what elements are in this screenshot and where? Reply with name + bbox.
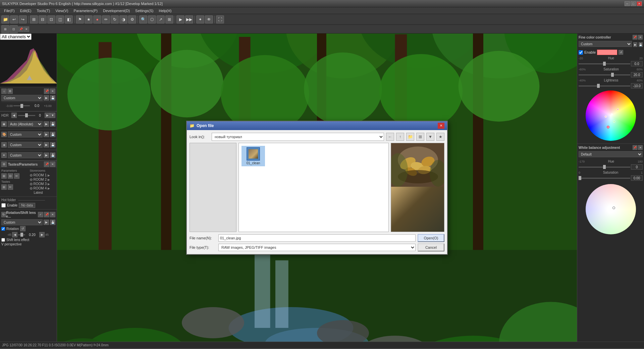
saturation-slider[interactable]: [579, 74, 630, 75]
toolbar-btn-contrast[interactable]: ◑: [119, 15, 127, 23]
dialog-nav-back[interactable]: ←: [386, 133, 394, 141]
taste-icon-1[interactable]: ⊞: [1, 184, 7, 190]
exposure-pin[interactable]: 📌: [44, 89, 49, 94]
exposure-preset-apply[interactable]: ▶: [44, 95, 49, 101]
toolbar-btn-1[interactable]: ⊞: [30, 15, 38, 23]
menu-view[interactable]: View(V): [53, 8, 71, 13]
menu-tools[interactable]: Tools(T): [34, 8, 53, 13]
color-wheel[interactable]: [586, 91, 636, 141]
toolbar-btn-3[interactable]: ⊡: [47, 15, 55, 23]
hdr-expand[interactable]: ▼: [50, 113, 55, 118]
rotation-inc[interactable]: ▶: [39, 232, 45, 237]
toolbar-btn-fullscreen[interactable]: ⛶: [216, 15, 224, 23]
exposure-icon[interactable]: ☼: [1, 89, 7, 94]
menu-parameters[interactable]: Parameters(P): [71, 8, 100, 13]
exposure-close[interactable]: ✕: [50, 89, 55, 94]
menu-development[interactable]: Development(D): [100, 8, 132, 13]
lightness-slider[interactable]: [579, 85, 630, 86]
color-apply[interactable]: ▶: [44, 132, 49, 137]
wb-preset-dropdown[interactable]: Auto (Absolute): [8, 121, 43, 127]
color-save[interactable]: 💾: [50, 132, 55, 137]
menu-edit[interactable]: Edit(E): [17, 8, 34, 13]
fine-color-reset[interactable]: ↺: [619, 50, 623, 55]
toolbar-btn-zoom-in[interactable]: 🔍: [139, 15, 147, 23]
tb2-pin[interactable]: 📌: [18, 26, 23, 32]
look-in-select[interactable]: новый туториал: [212, 133, 384, 141]
color-preset-dropdown[interactable]: Custom: [8, 131, 43, 137]
channel-select[interactable]: All channels: [0, 34, 32, 40]
filename-input[interactable]: [218, 234, 416, 242]
hue-slider[interactable]: [579, 63, 630, 64]
exposure-settings[interactable]: ⚙: [7, 89, 13, 94]
toolbar-btn-folder[interactable]: 📁: [1, 15, 9, 23]
dialog-view-toggle[interactable]: ⊞: [416, 133, 424, 141]
wb-preset-select[interactable]: Default: [579, 151, 643, 157]
fine-color-preset[interactable]: Custom: [579, 41, 632, 47]
no-data-button[interactable]: No data: [19, 203, 35, 208]
wb-sat-slider[interactable]: [579, 178, 630, 179]
toolbar-btn-5[interactable]: ◧: [65, 15, 73, 23]
effect-apply[interactable]: ▶: [44, 153, 49, 158]
dialog-new-folder[interactable]: 📁: [406, 133, 414, 141]
tb2-close[interactable]: ✕: [24, 26, 29, 32]
dialog-favorites[interactable]: ★: [436, 133, 444, 141]
fine-color-close[interactable]: ✕: [638, 35, 643, 40]
toolbar-btn-redo[interactable]: ↪: [19, 15, 27, 23]
rotation-icon[interactable]: ↻: [1, 212, 6, 217]
hdr-left-arrow[interactable]: ◀: [11, 113, 17, 118]
rotation-pin[interactable]: 📌: [44, 212, 49, 217]
dialog-nav-up[interactable]: ↑: [396, 133, 404, 141]
rotation-preset-save[interactable]: 💾: [50, 220, 55, 225]
file-item-01clean[interactable]: 01_clean: [241, 146, 265, 166]
param-icon-2[interactable]: ⊟: [8, 173, 13, 179]
maximize-button[interactable]: □: [631, 1, 636, 6]
dialog-close-button[interactable]: ✕: [438, 123, 444, 129]
cancel-button[interactable]: Cancel: [418, 243, 444, 251]
hue-value[interactable]: [631, 61, 643, 66]
menu-help[interactable]: Help(H): [156, 8, 174, 13]
tb2-btn-2[interactable]: ⊡: [10, 25, 18, 33]
color-wheel-wrapper[interactable]: [586, 91, 636, 141]
tb2-btn-1[interactable]: ⊞: [1, 25, 9, 33]
rotation-close[interactable]: ✕: [50, 212, 55, 217]
lightness-value[interactable]: [631, 83, 643, 89]
toolbar-btn-export[interactable]: ▶: [176, 15, 184, 23]
wb-icon[interactable]: ◉: [1, 121, 7, 127]
noise-icon[interactable]: ◈: [1, 142, 7, 148]
rotation-checkbox[interactable]: [1, 227, 5, 231]
toolbar-btn-color[interactable]: ●: [93, 15, 101, 23]
hot-folder-enable-checkbox[interactable]: [1, 203, 6, 208]
wb-hue-slider[interactable]: [579, 167, 630, 168]
toolbar-btn-undo[interactable]: ↩: [10, 15, 18, 23]
toolbar-btn-pencil[interactable]: ✏: [102, 15, 110, 23]
toolbar-btn-settings[interactable]: ⚙: [128, 15, 136, 23]
wb-save[interactable]: 💾: [50, 121, 55, 127]
toolbar-btn-4[interactable]: ◫: [56, 15, 64, 23]
wb-color-wheel[interactable]: [586, 184, 636, 234]
fine-color-apply[interactable]: ▶: [633, 42, 637, 47]
saturation-value[interactable]: [631, 72, 643, 77]
minimize-button[interactable]: ─: [625, 1, 630, 6]
tastes-icon[interactable]: ⚙: [1, 162, 7, 167]
shift-lens-checkbox[interactable]: [1, 238, 5, 242]
wb-hue-value[interactable]: [631, 164, 643, 170]
wb-pin[interactable]: 📌: [633, 145, 637, 150]
tastes-close[interactable]: ✕: [50, 162, 55, 167]
toolbar-btn-grid[interactable]: ⊞: [165, 15, 173, 23]
param-icon-3[interactable]: ✏: [14, 173, 19, 179]
toolbar-btn-batch[interactable]: ▶▶: [185, 15, 193, 23]
rotation-slider[interactable]: [18, 234, 25, 235]
rotation-enable-toggle[interactable]: ✓: [38, 212, 43, 217]
exposure-preset-dropdown[interactable]: Custom: [1, 95, 43, 101]
noise-save[interactable]: 💾: [50, 142, 55, 148]
rotation-reset[interactable]: ↺: [20, 226, 25, 231]
toolbar-btn-2[interactable]: ⊟: [39, 15, 47, 23]
rotation-preset-apply[interactable]: ▶: [44, 220, 49, 225]
toolbar-btn-crop[interactable]: ⬡: [148, 15, 156, 23]
fine-color-enable-checkbox[interactable]: [579, 50, 583, 55]
ev-slider[interactable]: [13, 105, 30, 106]
open-button[interactable]: Open(O): [418, 234, 444, 242]
wb-sat-value[interactable]: [631, 175, 643, 181]
toolbar-btn-develop[interactable]: ✦: [196, 15, 204, 23]
fine-color-save[interactable]: 💾: [639, 42, 643, 47]
